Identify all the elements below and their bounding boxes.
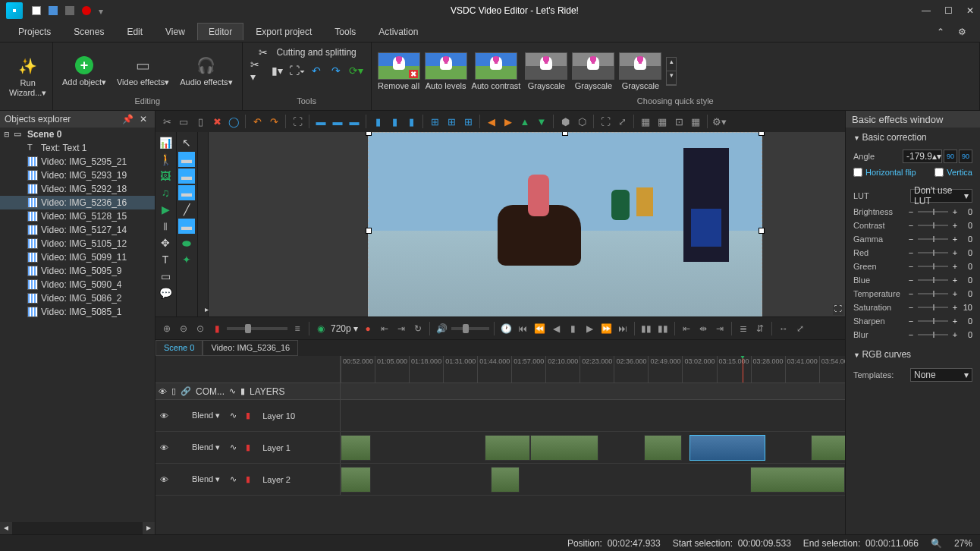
wave-icon[interactable]: ∿ [228,411,238,420]
timeline-clip[interactable] [644,435,682,461]
fullscreen-icon[interactable]: ⛶ [833,304,843,315]
tree-item[interactable]: Video: IMG_5127_14 [0,223,155,237]
timeline-clip[interactable] [689,435,765,461]
video-frame[interactable] [368,132,762,316]
tree-item[interactable]: Video: IMG_5128_15 [0,209,155,223]
rect3-icon[interactable]: ▬ [178,185,195,200]
bar-icon[interactable]: ▮ [243,474,253,484]
property-slider[interactable] [918,320,948,322]
timeline-clip[interactable] [485,435,530,461]
timeline-clip[interactable] [811,435,845,461]
menu-scenes[interactable]: Scenes [63,24,115,40]
tree-item[interactable]: Video: IMG_5105_12 [0,237,155,250]
marker-icon[interactable]: ▮▾ [270,64,284,77]
preview-canvas[interactable]: ⛶ [209,132,845,316]
tree-item[interactable]: Video: IMG_5095_9 [0,264,155,278]
save-icon[interactable] [49,6,58,15]
open-icon[interactable] [65,6,74,15]
line-icon[interactable]: ╱ [178,202,195,217]
minimize-button[interactable]: — [922,5,931,16]
music-icon[interactable]: ♫ [157,185,174,200]
quality-icon[interactable]: ◉ [314,322,328,335]
menu-view[interactable]: View [155,24,196,40]
audio-effects-button[interactable]: 🎧 Audio effects▾ [177,53,235,88]
align-center-icon[interactable]: ▬ [331,115,344,128]
zoom-icon[interactable]: 🔍 [931,538,942,549]
eye-icon[interactable]: 👁 [159,443,169,452]
crop-icon[interactable]: ⛶▾ [290,64,303,77]
undo-icon[interactable]: ↶ [250,115,264,128]
scissors-icon[interactable]: ✂ [256,46,270,59]
timeline-clip[interactable] [341,435,371,461]
center-v-icon[interactable]: ⊞ [444,115,458,128]
decrease-button[interactable]: − [907,289,915,298]
rect2-icon[interactable]: ▬ [178,168,195,184]
increase-button[interactable]: + [951,248,959,257]
decrease-button[interactable]: − [907,316,915,326]
scene-node[interactable]: ⊟▭ Scene 0 [0,128,155,141]
timeline-track[interactable] [341,432,845,463]
tree-item[interactable]: Video: IMG_5293_19 [0,168,155,182]
decrease-button[interactable]: − [907,248,915,257]
circle-icon[interactable]: ◯ [227,115,240,128]
increase-button[interactable]: + [951,221,959,230]
decrease-button[interactable]: − [907,276,915,285]
align-top-icon[interactable]: ▮ [371,115,385,128]
quickstyle-grayscale-1[interactable]: Grayscale [525,52,567,90]
timeline-clip[interactable] [530,435,598,461]
rgb-curves-section[interactable]: RGB curves [853,349,972,360]
tree-item[interactable]: Video: IMG_5085_1 [0,305,155,319]
tree-item[interactable]: Video: IMG_5086_2 [0,291,155,305]
quickstyle-auto-contrast[interactable]: Auto contrast [472,52,521,90]
tree-item[interactable]: Video: IMG_5295_21 [0,155,155,168]
fit-zoom-icon[interactable]: ⊙ [193,322,207,335]
subtitle-icon[interactable]: ▭ [157,269,174,284]
align-bottom-icon[interactable]: ▮ [404,115,418,128]
marker-icon[interactable]: ▮ [210,322,224,335]
angle-input[interactable]: -179.9▴▾ [903,150,942,163]
zoom-slider[interactable] [227,327,287,330]
cut-icon[interactable]: ✂▾ [250,64,264,77]
stop-icon[interactable]: ▮ [566,322,580,335]
timeline-clip[interactable] [750,467,845,493]
split2-icon[interactable]: ▮▮ [656,322,670,335]
image-icon[interactable]: 🖼 [157,168,174,184]
person-icon[interactable]: 🚶 [157,152,174,167]
arrow-up-icon[interactable]: ▲ [518,115,532,128]
rect4-icon[interactable]: ▬ [178,219,195,234]
property-slider[interactable] [918,307,948,308]
next-marker-icon[interactable]: ⇥ [394,322,408,335]
run-wizard-button[interactable]: ✨ Run Wizard...▾ [6,54,49,98]
rotate-90-left-icon[interactable]: 90 [944,150,957,163]
wave-icon[interactable]: ∿ [228,442,238,452]
bar-icon[interactable]: ▮ [243,411,253,420]
rewind-icon[interactable]: ⏪ [532,322,546,335]
property-slider[interactable] [918,252,948,253]
tree-item[interactable]: Video: IMG_5090_4 [0,278,155,291]
fast-forward-icon[interactable]: ⏩ [599,322,613,335]
bar-icon[interactable]: ▮ [243,442,253,452]
tooltip-icon[interactable]: 💬 [157,285,174,301]
clock-icon[interactable]: 🕐 [499,322,513,335]
quickstyle-auto-levels[interactable]: Auto levels [425,52,467,90]
basic-correction-section[interactable]: Basic correction [853,132,972,143]
link-icon[interactable]: 🔗 [181,386,191,396]
expand-icon[interactable]: ↔ [777,322,790,335]
order-icon[interactable]: ⇵ [753,322,767,335]
property-slider[interactable] [918,225,948,226]
select-all-icon[interactable]: ⛶ [291,115,304,128]
settings-gear-icon[interactable]: ⚙ [952,24,972,40]
pointer-icon[interactable]: ↖ [178,135,195,150]
out-point-icon[interactable]: ⇥ [713,322,727,335]
chart-icon[interactable]: 📊 [157,135,174,150]
property-slider[interactable] [918,279,948,281]
go-start-icon[interactable]: ⏮ [516,322,529,335]
menu-projects[interactable]: Projects [8,24,61,40]
volume-slider[interactable] [451,327,489,330]
video-effects-button[interactable]: ▭ Video effects▾ [114,53,172,88]
maximize-button[interactable]: ☐ [944,5,953,16]
tree-item[interactable]: TText: Text 1 [0,141,155,155]
templates-select[interactable]: None▾ [910,368,972,382]
paste-icon[interactable]: ▯ [193,115,207,128]
resize-handle[interactable] [366,132,372,136]
